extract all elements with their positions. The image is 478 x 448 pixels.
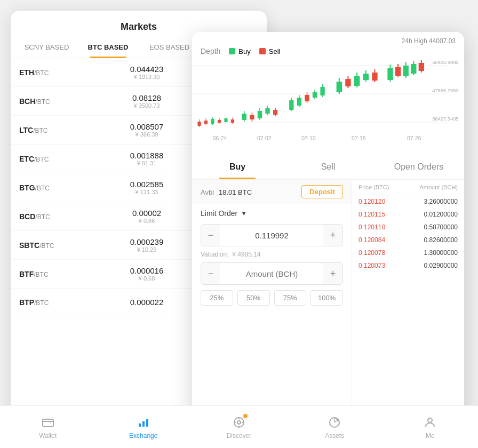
chart-header: 24h High 44007.03 [192, 32, 464, 47]
market-pair: ETC/BTC [19, 155, 78, 163]
percent-25-button[interactable]: 25% [201, 290, 233, 306]
discover-icon [232, 415, 246, 430]
buy-legend: Buy [229, 47, 250, 55]
valuation-row: Valuation: ¥ 4985.14 [201, 251, 343, 258]
orderbook-column: Price (BTC) Amount (BCH) 0.120120 3.2600… [352, 180, 464, 409]
wallet-label: Wallet [39, 432, 57, 439]
nav-wallet[interactable]: Wallet [32, 415, 64, 439]
market-pair: BTP/BTC [19, 298, 78, 307]
svg-rect-64 [139, 423, 141, 427]
orderbook-row[interactable]: 0.120073 0.02900000 [352, 259, 464, 272]
market-pair: BCH/BTC [19, 97, 78, 106]
order-form: Limit Order ▼ − + Valuation: ¥ 4985.14 − [192, 204, 352, 316]
percent-75-button[interactable]: 75% [274, 290, 307, 306]
me-icon [423, 415, 437, 430]
exchange-label: Exchange [129, 432, 157, 439]
orderbook-row[interactable]: 0.120120 3.26000000 [352, 195, 464, 208]
avbl-text: Avbl 18.01 BTC [201, 187, 252, 197]
svg-text:06-24: 06-24 [213, 135, 227, 141]
svg-text:07-10: 07-10 [301, 135, 316, 141]
buy-dot [229, 48, 235, 54]
percent-row: 25% 50% 75% 100% [201, 290, 343, 306]
chart-area: 24h High 44007.03 Depth Buy Sell 56905.9… [192, 32, 464, 155]
nav-assets[interactable]: Assets [318, 415, 350, 439]
price-increase-button[interactable]: + [323, 225, 342, 246]
orderbook-row[interactable]: 0.120115 0.01200000 [352, 208, 464, 221]
price-input-row: − + [201, 224, 343, 246]
svg-rect-63 [43, 419, 53, 427]
limit-order-selector[interactable]: Limit Order ▼ [201, 209, 343, 218]
svg-rect-65 [142, 421, 145, 427]
sell-label: Sell [269, 47, 281, 55]
chart-legend: Depth Buy Sell [192, 47, 464, 58]
price-decrease-button[interactable]: − [201, 225, 220, 246]
orderbook-row[interactable]: 0.120078 1.30000000 [352, 246, 464, 259]
svg-line-75 [334, 420, 338, 422]
tab-scny[interactable]: SCNY BASED [16, 38, 77, 58]
market-pair: BTF/BTC [19, 270, 78, 278]
nav-me[interactable]: Me [414, 415, 446, 439]
orderbook-row[interactable]: 0.120084 0.82600000 [352, 234, 464, 246]
market-pair: BTG/BTC [19, 183, 78, 192]
svg-rect-66 [146, 419, 148, 427]
nav-exchange[interactable]: Exchange [128, 415, 160, 439]
bottom-nav: Wallet Exchange Discover [0, 405, 478, 448]
market-pair: BCD/BTC [19, 212, 78, 221]
price-header: Price (BTC) [359, 184, 389, 190]
svg-text:07-02: 07-02 [257, 135, 272, 141]
exchange-icon [136, 415, 151, 430]
amount-decrease-button[interactable]: − [201, 263, 220, 284]
discover-label: Discover [227, 432, 252, 439]
percent-50-button[interactable]: 50% [237, 290, 270, 306]
percent-100-button[interactable]: 100% [310, 290, 343, 306]
market-pair: ETH/BTC [19, 68, 78, 77]
assets-icon [327, 415, 342, 430]
orderbook-header: Price (BTC) Amount (BCH) [352, 180, 464, 195]
amount-input[interactable] [220, 269, 323, 278]
svg-text:47666.7653: 47666.7653 [432, 88, 458, 93]
amount-input-row: − + [201, 262, 343, 285]
svg-point-68 [237, 421, 241, 424]
nav-discover[interactable]: Discover [223, 415, 255, 439]
svg-text:56905.9900: 56905.9900 [432, 60, 458, 65]
sell-dot [259, 48, 266, 54]
tab-buy[interactable]: Buy [192, 155, 283, 179]
market-pair: SBTC/BTC [19, 241, 78, 250]
trade-tabs: Buy Sell Open Orders [192, 155, 464, 180]
me-label: Me [426, 432, 435, 439]
trading-panel: 24h High 44007.03 Depth Buy Sell 56905.9… [192, 32, 464, 427]
orderbook-rows: 0.120120 3.26000000 0.120115 0.01200000 … [352, 195, 464, 272]
depth-label: Depth [201, 47, 220, 55]
amount-header: Amount (BCH) [419, 184, 458, 190]
svg-text:38427.5405: 38427.5405 [432, 116, 458, 122]
tab-open-orders[interactable]: Open Orders [373, 155, 464, 179]
assets-label: Assets [325, 432, 344, 439]
chart-high: 24h High 44007.03 [402, 37, 456, 45]
deposit-button[interactable]: Deposit [301, 185, 343, 198]
svg-text:07-18: 07-18 [352, 135, 366, 141]
orderbook-row[interactable]: 0.120110 0.58700000 [352, 221, 464, 234]
sell-legend: Sell [259, 47, 281, 55]
wallet-icon [41, 415, 55, 430]
trade-content: Avbl 18.01 BTC Deposit Limit Order ▼ − + [192, 180, 464, 409]
order-form-column: Avbl 18.01 BTC Deposit Limit Order ▼ − + [192, 180, 352, 409]
amount-increase-button[interactable]: + [323, 263, 342, 284]
avbl-row: Avbl 18.01 BTC Deposit [192, 180, 352, 204]
price-input[interactable] [220, 231, 323, 240]
tab-eos[interactable]: EOS BASED [139, 38, 200, 58]
buy-label: Buy [238, 47, 250, 55]
tab-sell[interactable]: Sell [283, 155, 373, 179]
market-pair: LTC/BTC [19, 126, 78, 134]
svg-point-76 [428, 418, 432, 422]
chevron-down-icon: ▼ [241, 210, 247, 217]
tab-btc[interactable]: BTC BASED [77, 38, 139, 58]
svg-text:07-26: 07-26 [407, 135, 421, 141]
candlestick-chart: 56905.9900 47666.7653 38427.5405 [192, 58, 464, 148]
